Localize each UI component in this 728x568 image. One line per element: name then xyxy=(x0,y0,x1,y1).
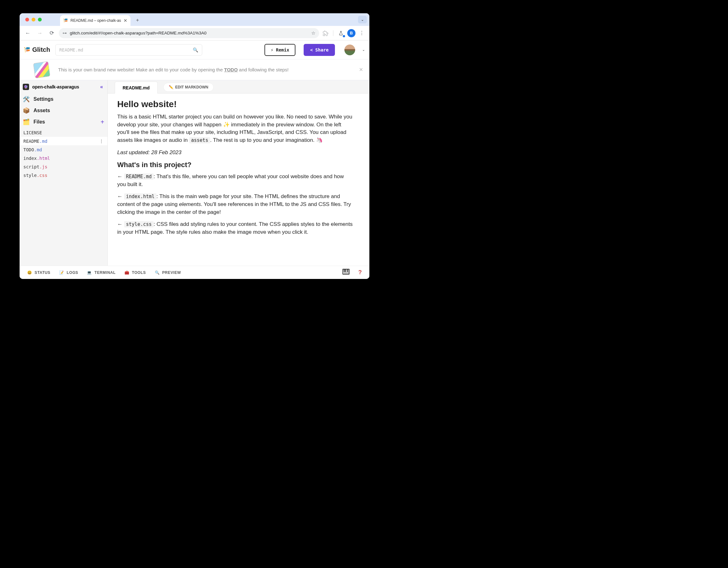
file-item[interactable]: index.html xyxy=(20,154,107,162)
edit-markdown-button[interactable]: ✏️ EDIT MARKDOWN xyxy=(163,83,214,92)
file-ext: .js xyxy=(39,164,47,169)
file-ext: .html xyxy=(37,156,50,161)
file-menu-icon[interactable]: ⋮ xyxy=(99,139,104,144)
editor-tab-bar: README.md ✏️ EDIT MARKDOWN xyxy=(108,80,369,94)
url-bar[interactable]: ⊶ glitch.com/edit/#!/open-chalk-asparagu… xyxy=(59,28,319,38)
forward-button[interactable]: → xyxy=(35,28,45,38)
tab-close-icon[interactable]: ✕ xyxy=(124,18,127,23)
sidebar-assets[interactable]: 📦 Assets xyxy=(20,105,107,116)
browser-menu-icon[interactable]: ⋮ xyxy=(357,29,366,38)
svg-rect-6 xyxy=(344,269,345,272)
project-selector[interactable]: 🔮 open-chalk-asparagus « xyxy=(20,80,107,94)
inline-code: index.html xyxy=(124,193,156,200)
settings-label: Settings xyxy=(33,96,53,102)
project-name: open-chalk-asparagus xyxy=(32,84,79,89)
tab-title: README.md – open-chalk-as xyxy=(70,18,121,23)
inline-code: README.md xyxy=(124,173,154,180)
glitch-app: 🎏 Glitch README.md 🔍 ⚡ Remix < Share ⌄ xyxy=(20,40,369,279)
file-item[interactable]: style.css xyxy=(20,171,107,179)
readme-h2: What's in this project? xyxy=(117,161,353,169)
browser-tab[interactable]: 🎏 README.md – open-chalk-as ✕ xyxy=(60,15,130,26)
remix-button[interactable]: ⚡ Remix xyxy=(264,44,296,56)
profile-badge[interactable]: B xyxy=(347,29,355,37)
browser-window: 🎏 README.md – open-chalk-as ✕ + ⌄ ← → ⟳ … xyxy=(20,13,369,279)
workspace: 🔮 open-chalk-asparagus « 🛠️ Settings 📦 A… xyxy=(20,80,369,266)
address-bar: ← → ⟳ ⊶ glitch.com/edit/#!/open-chalk-as… xyxy=(20,26,369,40)
editor-tab-readme[interactable]: README.md xyxy=(115,82,158,94)
svg-rect-7 xyxy=(345,269,346,272)
keyboard-shortcuts-icon[interactable] xyxy=(343,269,349,276)
readme-file-item: ← index.html: This is the main web page … xyxy=(117,193,353,216)
search-input[interactable]: README.md 🔍 xyxy=(55,44,202,56)
logs-icon: 📝 xyxy=(59,270,64,275)
file-base: index xyxy=(23,156,37,161)
share-button[interactable]: < Share xyxy=(304,44,335,56)
site-settings-icon[interactable]: ⊶ xyxy=(63,31,67,35)
help-icon[interactable]: ? xyxy=(358,269,362,276)
edit-markdown-label: EDIT MARKDOWN xyxy=(175,85,209,89)
labs-icon[interactable] xyxy=(337,29,345,38)
terminal-icon: 💻 xyxy=(87,270,92,275)
sidebar-files-header[interactable]: 🗂️ Files + xyxy=(20,116,107,128)
glitch-logo-icon: 🎏 xyxy=(24,47,30,53)
close-window-icon[interactable] xyxy=(25,18,29,21)
assets-label: Assets xyxy=(33,108,50,113)
sidebar-settings[interactable]: 🛠️ Settings xyxy=(20,94,107,105)
brand-name: Glitch xyxy=(32,46,50,53)
file-base: script xyxy=(23,164,39,169)
search-placeholder: README.md xyxy=(59,47,83,52)
footer-tools[interactable]: 🧰 TOOLS xyxy=(124,270,146,275)
files-icon: 🗂️ xyxy=(23,118,30,125)
file-item[interactable]: script.js xyxy=(20,162,107,171)
maximize-window-icon[interactable] xyxy=(38,18,42,21)
collapse-sidebar-icon[interactable]: « xyxy=(100,84,103,90)
banner-todo-link[interactable]: TODO xyxy=(224,67,238,72)
banner-text: This is your own brand new website! Make… xyxy=(58,67,288,72)
file-base: TODO xyxy=(23,147,34,152)
status-icon: 😃 xyxy=(27,270,32,275)
user-avatar[interactable] xyxy=(344,45,355,55)
add-file-button[interactable]: + xyxy=(100,118,104,126)
remix-icon: ⚡ xyxy=(271,47,273,52)
footer-bar: 😃 STATUS 📝 LOGS 💻 TERMINAL 🧰 TOOLS 🔍 PRE… xyxy=(20,266,369,279)
remix-label: Remix xyxy=(276,47,289,52)
footer-preview[interactable]: 🔍 PREVIEW xyxy=(155,270,181,275)
readme-last-updated: Last updated: 28 Feb 2023 xyxy=(117,149,353,157)
assets-icon: 📦 xyxy=(23,107,30,114)
file-ext: .md xyxy=(39,139,47,144)
file-list: LICENSEREADME.md⋮TODO.mdindex.htmlscript… xyxy=(20,128,107,179)
footer-logs[interactable]: 📝 LOGS xyxy=(59,270,78,275)
file-base: LICENSE xyxy=(23,130,42,135)
file-item[interactable]: TODO.md xyxy=(20,145,107,154)
pencil-icon: ✏️ xyxy=(169,85,173,89)
settings-icon: 🛠️ xyxy=(23,96,30,103)
inline-code: assets xyxy=(189,137,210,143)
svg-rect-5 xyxy=(348,269,349,274)
file-ext: .md xyxy=(34,147,42,152)
extensions-icon[interactable] xyxy=(321,29,330,38)
back-button[interactable]: ← xyxy=(23,28,33,38)
tab-overflow-button[interactable]: ⌄ xyxy=(358,16,367,23)
file-item[interactable]: LICENSE xyxy=(20,128,107,137)
app-header: 🎏 Glitch README.md 🔍 ⚡ Remix < Share ⌄ xyxy=(20,40,369,59)
share-label: Share xyxy=(315,47,329,52)
readme-file-item: ← style.css: CSS files add styling rules… xyxy=(117,221,353,236)
readme-file-item: ← README.md: That's this file, where you… xyxy=(117,173,353,188)
svg-rect-8 xyxy=(348,269,349,272)
brand-logo[interactable]: 🎏 Glitch xyxy=(24,46,50,53)
footer-terminal[interactable]: 💻 TERMINAL xyxy=(87,270,115,275)
minimize-window-icon[interactable] xyxy=(32,18,35,21)
readme-preview: Hello website! This is a basic HTML star… xyxy=(108,94,369,266)
bookmark-icon[interactable]: ☆ xyxy=(311,30,315,36)
inline-code: style.css xyxy=(124,221,154,227)
chevron-down-icon[interactable]: ⌄ xyxy=(362,48,365,52)
reload-button[interactable]: ⟳ xyxy=(47,28,57,38)
editor-tab-label: README.md xyxy=(123,85,150,90)
footer-status[interactable]: 😃 STATUS xyxy=(27,270,50,275)
info-banner: This is your own brand new website! Make… xyxy=(20,59,369,80)
file-ext: .css xyxy=(37,173,47,178)
new-tab-button[interactable]: + xyxy=(133,16,142,25)
search-icon: 🔍 xyxy=(193,47,198,52)
file-item[interactable]: README.md⋮ xyxy=(20,137,107,145)
banner-close-icon[interactable]: ✕ xyxy=(359,67,363,73)
